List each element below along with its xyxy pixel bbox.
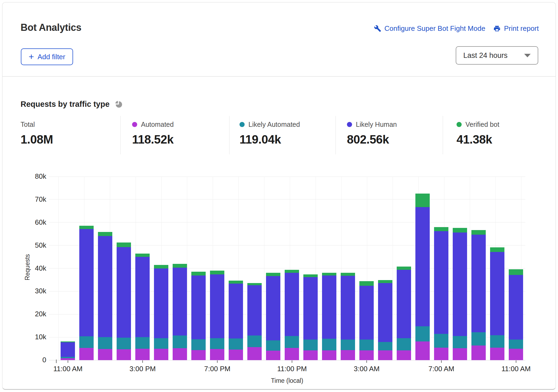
bar-segment-likely-human bbox=[509, 275, 523, 339]
bar-segment-automated bbox=[173, 348, 187, 360]
bar-segment-likely-automated bbox=[285, 336, 299, 348]
bar-segment-verified-bot bbox=[322, 273, 336, 275]
bar-segment-verified-bot bbox=[471, 230, 486, 235]
x-tick-label: 11:00 PM bbox=[262, 365, 322, 373]
bar-segment-likely-human bbox=[415, 207, 430, 326]
bar-2-00-am[interactable] bbox=[341, 273, 355, 360]
bar-10-00-am[interactable] bbox=[490, 247, 504, 360]
bar-segment-automated bbox=[266, 351, 280, 360]
bar-11-00-am[interactable] bbox=[61, 341, 75, 360]
bar-11-00-am[interactable] bbox=[509, 269, 523, 360]
gridline-vertical bbox=[393, 177, 393, 360]
bar-segment-automated bbox=[341, 350, 355, 360]
bar-segment-verified-bot bbox=[453, 228, 467, 232]
x-tick-label: 11:00 AM bbox=[38, 365, 98, 373]
bar-5-00-pm[interactable] bbox=[173, 264, 187, 360]
y-tick-label: 40k bbox=[12, 264, 46, 273]
bar-segment-verified-bot bbox=[247, 283, 262, 285]
y-tick-label: 10k bbox=[12, 333, 46, 341]
bar-9-00-pm[interactable] bbox=[247, 283, 262, 360]
gridline-vertical bbox=[58, 177, 59, 360]
bar-segment-likely-automated bbox=[135, 337, 150, 348]
y-tick-label: 0 bbox=[12, 356, 46, 364]
bar-segment-verified-bot bbox=[135, 254, 150, 257]
bar-segment-automated bbox=[79, 348, 94, 360]
bar-6-00-am[interactable] bbox=[415, 194, 430, 360]
bar-segment-likely-automated bbox=[229, 338, 243, 350]
bar-segment-likely-automated bbox=[79, 336, 94, 348]
bar-segment-automated bbox=[322, 350, 336, 360]
bar-segment-likely-human bbox=[98, 236, 112, 337]
bar-segment-likely-automated bbox=[453, 336, 467, 348]
bar-8-00-pm[interactable] bbox=[229, 280, 243, 360]
bar-segment-likely-human bbox=[173, 268, 187, 335]
bar-10-00-pm[interactable] bbox=[266, 273, 280, 360]
x-tick bbox=[366, 360, 367, 363]
x-tick-label: 3:00 AM bbox=[337, 365, 396, 373]
bar-12-00-am[interactable] bbox=[303, 274, 318, 360]
y-tick-label: 20k bbox=[12, 310, 46, 318]
bar-1-00-am[interactable] bbox=[322, 273, 336, 360]
bar-7-00-am[interactable] bbox=[434, 227, 448, 360]
bar-9-00-am[interactable] bbox=[471, 230, 486, 360]
bar-segment-likely-automated bbox=[210, 338, 224, 349]
gridline-horizontal bbox=[49, 177, 525, 177]
bar-segment-likely-human bbox=[229, 284, 243, 339]
bar-segment-likely-human bbox=[191, 275, 206, 339]
bar-4-00-am[interactable] bbox=[378, 280, 392, 360]
bar-segment-likely-automated bbox=[191, 339, 206, 350]
bar-1-00-pm[interactable] bbox=[98, 232, 112, 360]
bar-segment-likely-automated bbox=[471, 332, 486, 345]
bar-segment-likely-human bbox=[322, 275, 336, 339]
x-axis-title: Time (local) bbox=[247, 377, 328, 384]
bar-3-00-pm[interactable] bbox=[135, 254, 150, 360]
bar-6-00-pm[interactable] bbox=[191, 272, 206, 360]
bar-segment-likely-human bbox=[285, 273, 299, 336]
bar-segment-likely-human bbox=[266, 276, 280, 340]
bar-segment-verified-bot bbox=[173, 264, 187, 268]
bar-segment-verified-bot bbox=[303, 274, 318, 277]
bar-11-00-pm[interactable] bbox=[285, 270, 299, 360]
bar-5-00-am[interactable] bbox=[397, 267, 411, 360]
bar-2-00-pm[interactable] bbox=[117, 242, 131, 360]
bar-segment-likely-human bbox=[359, 286, 374, 340]
x-tick-label: 7:00 AM bbox=[412, 365, 471, 373]
bar-segment-likely-automated bbox=[378, 342, 392, 350]
bar-12-00-pm[interactable] bbox=[79, 226, 94, 360]
bar-segment-likely-automated bbox=[117, 338, 131, 349]
x-tick bbox=[292, 360, 292, 363]
x-tick bbox=[441, 360, 442, 363]
bar-segment-automated bbox=[191, 350, 206, 360]
bar-segment-likely-human bbox=[490, 252, 504, 335]
bar-segment-verified-bot bbox=[415, 194, 430, 207]
bar-segment-verified-bot bbox=[191, 272, 206, 275]
bar-segment-automated bbox=[415, 341, 430, 360]
bar-4-00-pm[interactable] bbox=[154, 265, 168, 360]
bar-segment-verified-bot bbox=[210, 271, 224, 274]
chart-area: Requests Time (local) 010k20k30k40k50k60… bbox=[2, 2, 556, 389]
x-tick bbox=[68, 360, 68, 363]
bar-segment-automated bbox=[285, 348, 299, 360]
bar-8-00-am[interactable] bbox=[453, 228, 467, 360]
bar-segment-verified-bot bbox=[154, 265, 168, 268]
bar-segment-likely-human bbox=[397, 270, 411, 338]
bar-segment-verified-bot bbox=[359, 281, 374, 286]
bar-segment-verified-bot bbox=[490, 247, 504, 252]
bar-segment-automated bbox=[117, 349, 131, 360]
bar-3-00-am[interactable] bbox=[359, 281, 374, 360]
x-tick-label: 11:00 AM bbox=[486, 365, 546, 373]
gridline-vertical bbox=[187, 177, 187, 360]
bar-segment-likely-automated bbox=[98, 337, 112, 349]
x-tick-label: 3:00 PM bbox=[113, 365, 172, 373]
bar-segment-likely-automated bbox=[154, 338, 168, 349]
bar-segment-likely-automated bbox=[341, 340, 355, 350]
bar-segment-likely-human bbox=[247, 285, 262, 335]
gridline-horizontal bbox=[49, 199, 525, 200]
x-axis-start-tick bbox=[56, 360, 57, 363]
bar-segment-automated bbox=[135, 349, 150, 360]
bar-segment-automated bbox=[247, 347, 262, 360]
bar-segment-likely-automated bbox=[303, 340, 318, 350]
bar-7-00-pm[interactable] bbox=[210, 271, 224, 360]
analytics-card: Bot Analytics Configure Super Bot Fight … bbox=[2, 2, 556, 390]
bar-segment-verified-bot bbox=[266, 273, 280, 276]
